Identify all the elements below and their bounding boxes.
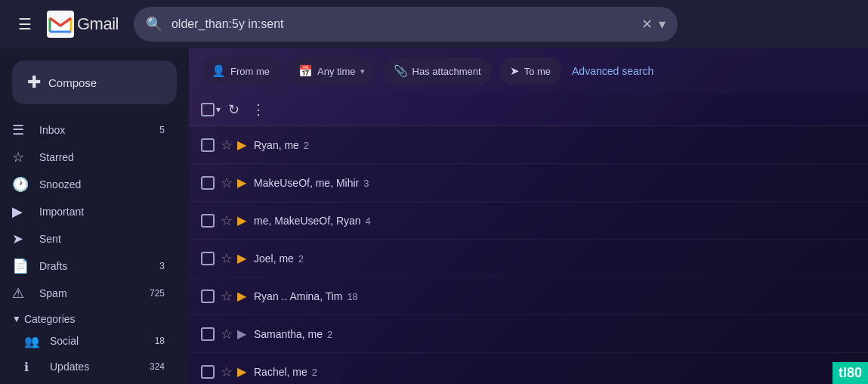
sidebar-item-updates[interactable]: ℹ Updates 324 (0, 354, 177, 379)
search-dropdown-icon[interactable]: ▾ (659, 16, 666, 33)
sender-count-0: 2 (304, 140, 309, 151)
spam-icon: ⚠ (12, 285, 30, 302)
sender-name-2: me, MakeUseOf, Ryan 4 (254, 215, 375, 227)
row-checkbox-2[interactable] (201, 214, 215, 228)
sidebar-item-sent[interactable]: ➤ Sent (0, 225, 177, 252)
main-layout: ✚ Compose ☰ Inbox 5 ☆ Starred 🕐 Snoozed … (0, 48, 868, 384)
email-row[interactable]: ☆ ▶ Rachel, me 2 (189, 353, 868, 384)
star-icon-2[interactable]: ☆ (221, 212, 233, 229)
starred-icon: ☆ (12, 149, 30, 166)
header: ☰ Gmail 🔍 older_than:5y in:sent ✕ ▾ (0, 0, 868, 48)
forward-icon-4: ▶ (237, 289, 246, 303)
calendar-icon: 📅 (298, 64, 313, 78)
sender-name-6: Rachel, me 2 (254, 366, 375, 378)
inbox-count: 5 (159, 125, 165, 135)
sidebar-item-important[interactable]: ▶ Important (0, 198, 177, 225)
email-row[interactable]: ☆ ▶ Ryan, me 2 (189, 126, 868, 164)
important-label: Important (39, 206, 165, 218)
email-row[interactable]: ☆ ▶ me, MakeUseOf, Ryan 4 (189, 202, 868, 240)
star-icon-4[interactable]: ☆ (221, 288, 233, 305)
categories-section: ▼ Categories 👥 Social 18 ℹ Updates 324 💬… (0, 310, 189, 384)
forward-icon-0: ▶ (237, 138, 246, 152)
sidebar-item-social[interactable]: 👥 Social 18 (0, 328, 177, 354)
categories-header[interactable]: ▼ Categories (0, 310, 189, 328)
star-icon-5[interactable]: ☆ (221, 326, 233, 342)
sidebar-item-inbox[interactable]: ☰ Inbox 5 (0, 116, 177, 144)
snoozed-label: Snoozed (39, 178, 165, 190)
sender-count-6: 2 (312, 367, 317, 378)
star-icon-3[interactable]: ☆ (221, 250, 233, 267)
any-time-dropdown-icon: ▾ (360, 67, 365, 76)
forward-icon-6: ▶ (237, 364, 246, 379)
from-me-filter[interactable]: 👤 From me (201, 57, 280, 85)
row-checkbox-4[interactable] (201, 290, 215, 303)
sidebar-item-spam[interactable]: ⚠ Spam 725 (0, 280, 177, 307)
sidebar-item-forums[interactable]: 💬 Forums 42 (0, 379, 177, 384)
sidebar-item-drafts[interactable]: 📄 Drafts 3 (0, 252, 177, 280)
sender-name-5: Samantha, me 2 (254, 328, 375, 340)
email-row[interactable]: ☆ ▶ Ryan .. Amina, Tim 18 (189, 277, 868, 315)
sidebar-item-starred[interactable]: ☆ Starred (0, 144, 177, 171)
spam-count: 725 (150, 288, 165, 299)
sidebar-item-snoozed[interactable]: 🕐 Snoozed (0, 171, 177, 198)
updates-icon: ℹ (24, 360, 42, 374)
menu-icon[interactable]: ☰ (12, 9, 38, 39)
forward-icon-2: ▶ (237, 213, 246, 228)
email-row[interactable]: ☆ ▶ MakeUseOf, me, Mihir 3 (189, 164, 868, 202)
sent-icon: ➤ (12, 231, 30, 247)
compose-button[interactable]: ✚ Compose (12, 60, 177, 104)
drafts-label: Drafts (39, 260, 159, 272)
select-all-checkbox[interactable] (201, 103, 215, 116)
more-options-button[interactable]: ⋮ (247, 97, 270, 122)
row-checkbox-6[interactable] (201, 365, 215, 379)
sender-name-3: Joel, me 2 (254, 252, 375, 265)
from-me-label: From me (230, 66, 270, 77)
has-attachment-label: Has attachment (412, 66, 481, 77)
star-icon-6[interactable]: ☆ (221, 364, 233, 380)
search-icon: 🔍 (146, 16, 162, 33)
has-attachment-filter[interactable]: 📎 Has attachment (383, 57, 492, 85)
star-icon-0[interactable]: ☆ (221, 137, 233, 153)
sidebar: ✚ Compose ☰ Inbox 5 ☆ Starred 🕐 Snoozed … (0, 48, 189, 384)
advanced-search-link[interactable]: Advanced search (572, 65, 653, 77)
to-me-filter[interactable]: ➤ To me (499, 57, 561, 85)
star-icon-1[interactable]: ☆ (221, 175, 233, 191)
email-rows-container: ☆ ▶ Ryan, me 2 ☆ ▶ MakeUseOf, me, Mihir … (189, 126, 868, 384)
select-dropdown-icon[interactable]: ▾ (216, 104, 221, 115)
social-count: 18 (155, 336, 165, 346)
social-label: Social (50, 335, 155, 347)
any-time-label: Any time (317, 66, 356, 77)
filter-bar: 👤 From me 📅 Any time ▾ 📎 Has attachment … (189, 48, 868, 94)
sender-count-5: 2 (327, 329, 332, 340)
clear-search-icon[interactable]: ✕ (641, 16, 653, 33)
row-checkbox-5[interactable] (201, 327, 215, 341)
sender-count-4: 18 (347, 291, 357, 302)
inbox-label: Inbox (39, 124, 159, 136)
starred-label: Starred (39, 151, 165, 163)
refresh-button[interactable]: ↻ (224, 97, 244, 122)
gmail-logo: Gmail (47, 11, 119, 38)
email-list: ☆ ▶ Ryan, me 2 ☆ ▶ MakeUseOf, me, Mihir … (189, 126, 868, 384)
row-checkbox-3[interactable] (201, 252, 215, 265)
sent-label: Sent (39, 233, 165, 245)
drafts-count: 3 (159, 261, 165, 271)
gmail-logo-icon (47, 11, 74, 38)
search-query-text: older_than:5y in:sent (171, 17, 641, 31)
forward-icon-5: ▶ (237, 327, 246, 341)
any-time-filter[interactable]: 📅 Any time ▾ (288, 57, 375, 85)
row-checkbox-1[interactable] (201, 176, 215, 190)
row-checkbox-0[interactable] (201, 138, 215, 152)
drafts-icon: 📄 (12, 258, 30, 274)
to-me-icon: ➤ (510, 64, 520, 78)
compose-label: Compose (48, 76, 97, 89)
email-row[interactable]: ☆ ▶ Samantha, me 2 (189, 315, 868, 353)
updates-count: 324 (150, 361, 165, 372)
important-icon: ▶ (12, 203, 30, 220)
search-bar: 🔍 older_than:5y in:sent ✕ ▾ (134, 7, 678, 42)
email-toolbar: ▾ ↻ ⋮ (189, 94, 868, 126)
content-area: 👤 From me 📅 Any time ▾ 📎 Has attachment … (189, 48, 868, 384)
sender-count-2: 4 (366, 215, 371, 227)
email-row[interactable]: ☆ ▶ Joel, me 2 (189, 240, 868, 277)
select-all-area: ▾ (201, 103, 221, 116)
sender-name-1: MakeUseOf, me, Mihir 3 (254, 177, 375, 189)
